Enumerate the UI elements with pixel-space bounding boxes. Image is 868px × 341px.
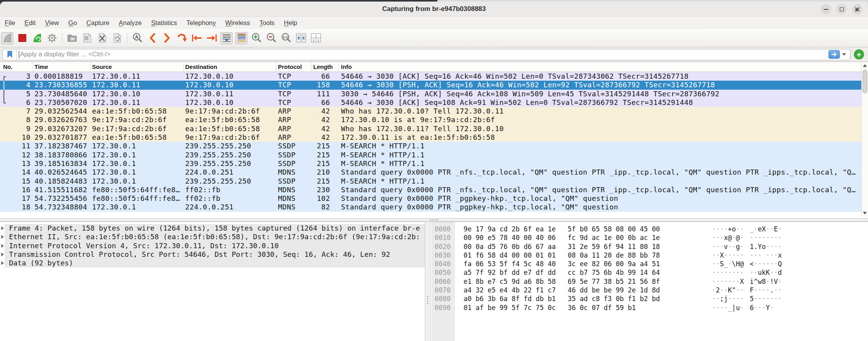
packet-list-header[interactable]: No.TimeSourceDestinationProtocolLengthIn… bbox=[0, 62, 868, 72]
menu-view[interactable]: View bbox=[40, 17, 63, 29]
restart-capture-button[interactable] bbox=[31, 32, 43, 44]
minimize-button[interactable] bbox=[821, 4, 831, 14]
display-filter-input[interactable]: Apply a display filter ... <Ctrl-/> bbox=[2, 49, 850, 60]
hex-row-0070[interactable]: 0070a4 32 e5 e4 4b 22 f1 c746 dd be be 9… bbox=[431, 286, 868, 294]
add-filter-button[interactable]: + bbox=[854, 49, 864, 60]
close-file-button[interactable] bbox=[96, 32, 108, 44]
zoom-out-button[interactable] bbox=[265, 32, 277, 44]
packet-row-10[interactable]: 1029.032701877ea:1e:5f:b0:65:589e:17:9a:… bbox=[0, 133, 868, 142]
packet-details-pane[interactable]: Frame 4: Packet, 158 bytes on wire (1264… bbox=[0, 222, 425, 341]
svg-text:1: 1 bbox=[315, 34, 317, 38]
layout-button[interactable]: 123 bbox=[310, 32, 322, 44]
hex-row-0010[interactable]: 001000 90 e5 78 40 00 40 06fc 9d ac 1e 0… bbox=[431, 233, 868, 242]
detail-item[interactable]: Frame 4: Packet, 158 bytes on wire (1264… bbox=[0, 224, 425, 233]
detail-item[interactable]: Internet Protocol Version 4, Src: 172.30… bbox=[0, 242, 425, 250]
capture-options-button[interactable] bbox=[46, 32, 58, 44]
find-packet-button[interactable]: A bbox=[131, 32, 143, 44]
filter-bookmark-button[interactable] bbox=[3, 49, 17, 60]
packet-row-17[interactable]: 1754.732255456fe80::50f5:64ff:fe8…ff02::… bbox=[0, 194, 868, 203]
resize-columns-button[interactable] bbox=[295, 32, 307, 44]
column-header-protocol[interactable]: Protocol bbox=[276, 62, 311, 72]
column-header-source[interactable]: Source bbox=[91, 62, 184, 72]
packet-row-12[interactable]: 1238.183780866172.30.0.1239.255.255.250S… bbox=[0, 151, 868, 159]
hex-row-0060[interactable]: 0060e1 8b e7 c5 9d a6 8b 5869 5e 77 38 b… bbox=[431, 277, 868, 286]
expander-icon[interactable] bbox=[1, 253, 4, 256]
hex-row-0030[interactable]: 003001 f6 58 d4 00 00 01 0108 0a 11 20 d… bbox=[431, 251, 868, 260]
menu-capture[interactable]: Capture bbox=[82, 17, 114, 29]
menu-analyze[interactable]: Analyze bbox=[114, 17, 146, 29]
open-file-icon bbox=[67, 33, 78, 43]
packet-row-4[interactable]: 423.730336855172.30.0.11172.30.0.10TCP15… bbox=[0, 81, 868, 89]
packet-row-9[interactable]: 929.0326732079e:17:9a:cd:2b:6fea:1e:5f:b… bbox=[0, 124, 868, 133]
start-capture-button[interactable] bbox=[1, 32, 13, 44]
menu-telephony[interactable]: Telephony bbox=[182, 17, 220, 29]
scroll-down-arrow[interactable] bbox=[863, 212, 867, 215]
svg-text:1:1: 1:1 bbox=[283, 35, 288, 39]
menu-help[interactable]: Help bbox=[279, 17, 302, 29]
close-button[interactable]: × bbox=[852, 4, 863, 14]
detail-item[interactable]: Transmission Control Protocol, Src Port:… bbox=[0, 250, 425, 259]
packet-row-15[interactable]: 1540.185824483172.30.0.1239.255.255.250S… bbox=[0, 177, 868, 186]
colorize-button[interactable] bbox=[235, 32, 247, 44]
save-file-button[interactable] bbox=[81, 32, 93, 44]
prev-packet-button[interactable] bbox=[146, 32, 158, 44]
packet-row-18[interactable]: 1854.732348804172.30.0.1224.0.0.251MDNS8… bbox=[0, 203, 868, 211]
zoom-original-button[interactable]: 1:1 bbox=[280, 32, 292, 44]
detail-item[interactable]: Ethernet II, Src: ea:1e:5f:b0:65:58 (ea:… bbox=[0, 233, 425, 241]
filter-dropdown-arrow[interactable] bbox=[842, 53, 846, 56]
hex-row-0000[interactable]: 00009e 17 9a cd 2b 6f ea 1e5f b0 65 58 0… bbox=[431, 225, 868, 233]
packet-list-scrollbar[interactable] bbox=[861, 62, 868, 217]
vertical-splitter[interactable] bbox=[425, 222, 430, 341]
menu-file[interactable]: File bbox=[0, 17, 20, 29]
hex-row-0090[interactable]: 009001 af be 99 5f 7c 75 0c36 0c 07 df 5… bbox=[431, 303, 868, 312]
hex-row-0050[interactable]: 0050a5 7f 92 bf dd e7 df ddcc b7 75 6b 4… bbox=[431, 268, 868, 277]
hex-dump-pane[interactable]: 00009e 17 9a cd 2b 6f ea 1e5f b0 65 58 0… bbox=[430, 222, 868, 341]
packet-row-6[interactable]: 623.730507020172.30.0.11172.30.0.10TCP66… bbox=[0, 98, 868, 107]
svg-text:3: 3 bbox=[317, 39, 319, 42]
packet-row-7[interactable]: 729.032562544ea:1e:5f:b0:65:589e:17:9a:c… bbox=[0, 107, 868, 115]
next-packet-button[interactable] bbox=[161, 32, 173, 44]
column-header-length[interactable]: Length bbox=[311, 62, 339, 72]
goto-packet-button[interactable] bbox=[176, 32, 188, 44]
reload-file-button[interactable] bbox=[111, 32, 123, 44]
packet-row-3[interactable]: 30.000188819172.30.0.11172.30.0.10TCP665… bbox=[0, 72, 868, 81]
colorize-icon bbox=[236, 33, 247, 43]
scrollbar-thumb[interactable] bbox=[863, 70, 867, 93]
expander-icon[interactable] bbox=[1, 226, 4, 230]
menu-edit[interactable]: Edit bbox=[20, 17, 40, 29]
hex-row-0040[interactable]: 0040fa 06 53 5f f4 5c 48 403c ee 82 06 0… bbox=[431, 260, 868, 268]
stop-capture-button[interactable] bbox=[16, 32, 28, 44]
hex-row-0080[interactable]: 0080a0 b6 3b 6a 8f fd db b135 ad c8 f3 0… bbox=[431, 294, 868, 303]
menu-statistics[interactable]: Statistics bbox=[146, 17, 182, 29]
packet-row-5[interactable]: 523.730485640172.30.0.10172.30.0.11TCP11… bbox=[0, 90, 868, 98]
column-header-info[interactable]: Info bbox=[339, 62, 868, 72]
titlebar[interactable]: Capturing from br-e947b0308883 × bbox=[0, 2, 868, 16]
menu-go[interactable]: Go bbox=[64, 17, 82, 29]
resize-columns-icon bbox=[296, 33, 307, 43]
packet-row-13[interactable]: 1339.185163834172.30.0.1239.255.255.250S… bbox=[0, 159, 868, 168]
expander-icon[interactable] bbox=[1, 235, 4, 239]
packet-row-14[interactable]: 1440.026524645172.30.0.1224.0.0.251MDNS2… bbox=[0, 168, 868, 177]
menu-tools[interactable]: Tools bbox=[255, 17, 280, 29]
autoscroll-button[interactable] bbox=[220, 32, 233, 44]
column-header-no[interactable]: No. bbox=[0, 62, 33, 72]
last-packet-button[interactable] bbox=[206, 32, 218, 44]
column-header-destination[interactable]: Destination bbox=[184, 62, 276, 72]
packet-row-11[interactable]: 1137.182387467172.30.0.1239.255.255.250S… bbox=[0, 142, 868, 150]
first-packet-button[interactable] bbox=[191, 32, 203, 44]
maximize-button[interactable] bbox=[836, 4, 847, 14]
menu-wireless[interactable]: Wireless bbox=[220, 17, 254, 29]
zoom-in-button[interactable] bbox=[250, 32, 262, 44]
open-file-button[interactable] bbox=[66, 32, 78, 44]
hex-row-0020[interactable]: 002000 0a d5 76 0b d6 67 aa31 2e 59 6f 9… bbox=[431, 242, 868, 251]
column-header-time[interactable]: Time bbox=[33, 62, 91, 72]
scroll-up-arrow[interactable] bbox=[863, 64, 867, 67]
horizontal-splitter[interactable] bbox=[0, 218, 868, 222]
expander-icon[interactable] bbox=[1, 244, 4, 248]
detail-item[interactable]: Data (92 bytes) bbox=[0, 259, 425, 267]
expander-icon[interactable] bbox=[1, 261, 4, 265]
packet-row-16[interactable]: 1641.515511682fe80::50f5:64ff:fe8…ff02::… bbox=[0, 186, 868, 194]
toolbar-separator bbox=[62, 33, 62, 43]
apply-filter-button[interactable] bbox=[828, 50, 840, 59]
packet-row-8[interactable]: 829.0326267639e:17:9a:cd:2b:6fea:1e:5f:b… bbox=[0, 115, 868, 124]
